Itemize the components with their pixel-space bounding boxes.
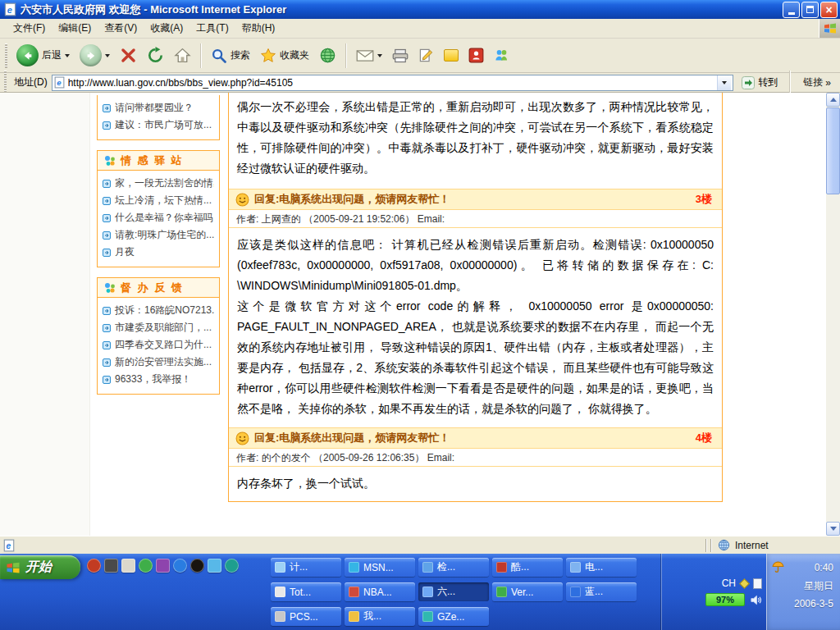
search-button[interactable]: 搜索 <box>207 45 254 66</box>
sidebar-link[interactable]: 请问带都婴园业？ <box>103 99 214 116</box>
sidebar-link-label: 市建委及职能部门，... <box>115 319 212 336</box>
sidebar-link[interactable]: 四季春交叉路口为什... <box>103 336 214 354</box>
task-button[interactable]: GZe... <box>418 607 489 626</box>
task-label: PCS... <box>290 611 318 623</box>
sidebar-link[interactable]: 建议：市民广场可放... <box>103 116 214 134</box>
start-label: 开始 <box>25 559 52 576</box>
vertical-scrollbar[interactable] <box>826 93 840 536</box>
title-bar: e 六安市人民政府网 欢迎您 - Microsoft Internet Expl… <box>0 0 840 19</box>
search-label: 搜索 <box>231 48 250 62</box>
scroll-down-button[interactable] <box>826 522 840 536</box>
messenger-button[interactable] <box>490 45 514 66</box>
sidebar-link[interactable]: 新的治安管理法实施... <box>103 354 214 371</box>
task-button[interactable]: 电... <box>566 558 637 577</box>
address-dropdown-button[interactable] <box>717 75 731 90</box>
sidebar-box-supervision: 督 办 反 馈 投诉：16路皖NO7213... 市建委及职能部门，... 四季… <box>97 277 220 395</box>
quick-launch-icon[interactable] <box>225 559 239 573</box>
home-button[interactable] <box>170 44 195 66</box>
umbrella-tray-icon[interactable] <box>771 560 785 577</box>
menu-view[interactable]: 查看(V) <box>98 19 144 38</box>
chat-button[interactable] <box>464 45 488 66</box>
mail-dropdown-icon <box>377 54 382 57</box>
forward-button[interactable] <box>75 42 114 69</box>
task-button[interactable]: Ver... <box>492 582 563 601</box>
toolbar-grip[interactable] <box>5 43 7 68</box>
maximize-button[interactable] <box>801 2 819 18</box>
system-tray: CH 97% <box>661 554 766 630</box>
address-bar: 地址(D) e 转到 链接 » <box>0 73 840 93</box>
history-button[interactable] <box>315 44 340 66</box>
post-title: 回复:电脑系统出现问题，烦请网友帮忙！ <box>254 192 450 207</box>
addressbar-separator <box>789 71 791 95</box>
start-button[interactable]: 开始 <box>0 555 80 579</box>
task-label: 检... <box>437 560 455 574</box>
quick-launch-icon[interactable] <box>104 559 118 573</box>
address-input[interactable] <box>68 77 714 89</box>
sidebar-link[interactable]: 家，一段无法割舍的情感 <box>103 175 214 192</box>
edit-button[interactable] <box>414 45 438 66</box>
tray-app-icon[interactable] <box>739 578 750 589</box>
forward-icon <box>80 44 102 66</box>
sidebar-link-label: 新的治安管理法实施... <box>115 354 212 371</box>
task-button[interactable]: 酷... <box>492 558 563 577</box>
tray-doc-icon[interactable] <box>753 578 762 589</box>
go-button[interactable]: 转到 <box>737 74 782 91</box>
favorites-button[interactable]: 收藏夹 <box>256 45 313 66</box>
forum-post: 回复:电脑系统出现问题，烦请网友帮忙！ 3楼 作者: 上网查的 （2005-09… <box>229 189 722 427</box>
refresh-button[interactable] <box>143 44 168 66</box>
post-paragraph: 内存条坏了，换一个试试。 <box>237 473 714 494</box>
print-button[interactable] <box>388 46 413 66</box>
volume-icon[interactable] <box>750 594 762 606</box>
sidebar-link[interactable]: 月夜 <box>103 244 214 261</box>
links-button[interactable]: 链接 » <box>798 75 836 89</box>
task-button-active[interactable]: 六... <box>418 582 489 601</box>
menu-edit[interactable]: 编辑(E) <box>52 19 98 38</box>
task-button[interactable]: NBA... <box>345 582 415 601</box>
quick-launch-icon[interactable] <box>139 559 153 573</box>
close-button[interactable]: × <box>820 2 838 18</box>
bullet-icon <box>103 358 111 367</box>
discuss-button[interactable] <box>440 47 463 64</box>
task-button[interactable]: 计... <box>271 558 341 577</box>
sidebar-link[interactable]: 96333，我举报！ <box>103 371 214 388</box>
maximize-icon <box>806 6 814 13</box>
task-button[interactable]: 检... <box>418 558 489 577</box>
quick-launch-icon[interactable] <box>173 559 187 573</box>
battery-badge[interactable]: 97% <box>705 593 745 606</box>
sidebar-link[interactable]: 请教:明珠广场住宅的... <box>103 226 214 244</box>
page-left-gutter <box>0 93 90 536</box>
menu-favorites[interactable]: 收藏(A) <box>144 19 189 38</box>
stop-button[interactable] <box>116 44 141 66</box>
menu-tools[interactable]: 工具(T) <box>189 19 235 38</box>
addressbar-grip[interactable] <box>4 71 7 95</box>
task-button[interactable]: PCS... <box>271 607 341 626</box>
mail-button[interactable] <box>352 47 386 65</box>
quick-launch-icon[interactable] <box>156 559 170 573</box>
scroll-up-button[interactable] <box>826 93 840 107</box>
scrollbar-thumb[interactable] <box>826 107 840 194</box>
quick-launch-icon[interactable] <box>121 559 135 573</box>
quick-launch-icon[interactable] <box>208 559 221 573</box>
language-indicator[interactable]: CH <box>722 578 736 589</box>
internet-globe-icon <box>718 539 730 551</box>
task-button[interactable]: 蓝... <box>566 582 637 601</box>
task-button[interactable]: MSN... <box>345 558 415 577</box>
close-icon: × <box>825 4 832 16</box>
back-button[interactable]: 后退 <box>12 42 74 69</box>
go-label: 转到 <box>758 75 778 89</box>
post-author-line: 作者: 的个的发个 （2005-09-26 12:06:35） Email: <box>229 449 722 467</box>
minimize-button[interactable] <box>783 2 800 18</box>
task-button[interactable]: 我... <box>345 607 415 626</box>
back-icon <box>16 44 39 66</box>
quick-launch-icon[interactable] <box>87 559 101 573</box>
sidebar-link[interactable]: 投诉：16路皖NO7213... <box>103 302 214 319</box>
menu-file[interactable]: 文件(F) <box>7 19 52 38</box>
clock-date: 2006-3-5 <box>794 595 833 613</box>
menu-help[interactable]: 帮助(H) <box>235 19 282 38</box>
task-button[interactable]: Tot... <box>271 582 341 601</box>
sidebar-link[interactable]: 市建委及职能部门，... <box>103 319 214 336</box>
bullet-icon <box>103 249 111 257</box>
quick-launch-icon[interactable] <box>190 559 204 573</box>
sidebar-link[interactable]: 什么是幸福？你幸福吗？ <box>103 209 214 226</box>
sidebar-link[interactable]: 坛上冷清，坛下热情... <box>103 192 214 209</box>
